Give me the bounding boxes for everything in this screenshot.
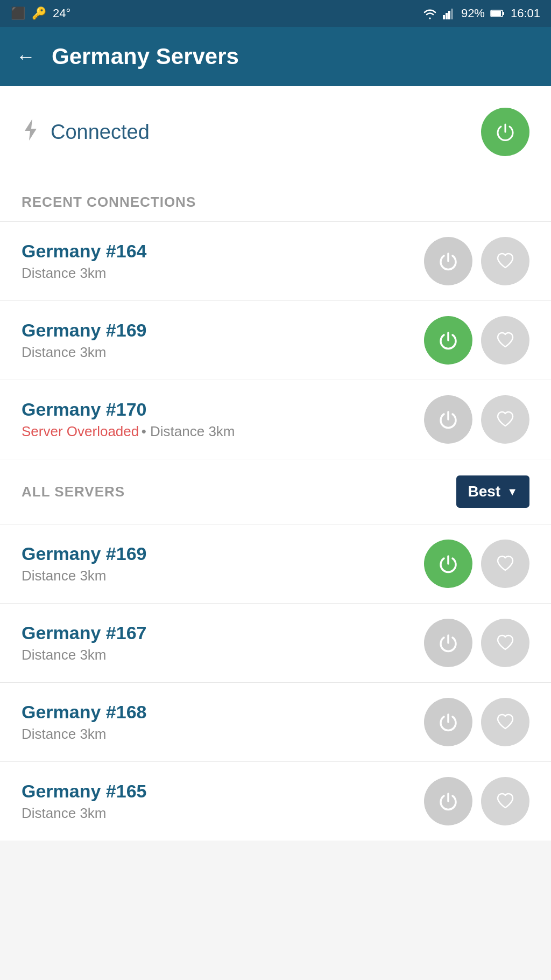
server-info: Germany #165 Distance 3km xyxy=(22,781,424,822)
power-button[interactable] xyxy=(424,777,472,825)
server-actions xyxy=(424,619,529,667)
signal-icon xyxy=(443,8,456,19)
favorite-button[interactable] xyxy=(481,777,529,825)
server-item: Germany #170 Server Overloaded • Distanc… xyxy=(0,380,551,459)
server-info: Germany #169 Distance 3km xyxy=(22,543,424,584)
server-info: Germany #170 Server Overloaded • Distanc… xyxy=(22,399,424,440)
svg-rect-2 xyxy=(448,11,450,19)
server-name: Germany #165 xyxy=(22,781,424,802)
overloaded-text: Server Overloaded xyxy=(22,423,139,439)
connected-row: Connected xyxy=(0,86,551,178)
server-meta: Distance 3km xyxy=(22,344,424,361)
time: 16:01 xyxy=(511,6,540,20)
server-info: Germany #167 Distance 3km xyxy=(22,622,424,663)
status-bar: ⬛ 🔑 24° 92% 16:01 xyxy=(0,0,551,27)
connection-status: Connected xyxy=(51,121,150,144)
server-name: Germany #170 xyxy=(22,399,424,420)
temperature: 24° xyxy=(53,6,70,20)
favorite-button[interactable] xyxy=(481,237,529,285)
server-meta: Distance 3km xyxy=(22,647,424,663)
battery-text: 92% xyxy=(461,6,485,20)
server-meta: Distance 3km xyxy=(22,265,424,282)
header: ← Germany Servers xyxy=(0,27,551,86)
all-servers-label: ALL SERVERS xyxy=(22,484,125,500)
svg-rect-1 xyxy=(446,13,448,19)
svg-rect-0 xyxy=(443,15,445,19)
server-item: Germany #168 Distance 3km xyxy=(0,682,551,761)
svg-marker-7 xyxy=(25,119,37,141)
server-name: Germany #169 xyxy=(22,543,424,564)
svg-rect-3 xyxy=(451,9,453,19)
server-item: Germany #169 Distance 3km xyxy=(0,524,551,603)
page-title: Germany Servers xyxy=(52,44,239,69)
power-button[interactable] xyxy=(424,540,472,588)
recent-connections-list: Germany #164 Distance 3km Germany #169 D… xyxy=(0,221,551,459)
server-distance: Distance 3km xyxy=(22,647,107,663)
server-name: Germany #168 xyxy=(22,702,424,723)
svg-rect-5 xyxy=(503,12,504,15)
power-button[interactable] xyxy=(424,619,472,667)
favorite-button[interactable] xyxy=(481,698,529,746)
server-item: Germany #169 Distance 3km xyxy=(0,300,551,380)
key-icon: 🔑 xyxy=(32,6,46,20)
power-button[interactable] xyxy=(424,316,472,365)
server-actions xyxy=(424,316,529,365)
back-button[interactable]: ← xyxy=(16,45,36,68)
server-name: Germany #169 xyxy=(22,320,424,341)
lightning-icon xyxy=(22,118,40,146)
server-meta: Distance 3km xyxy=(22,805,424,822)
server-item: Germany #164 Distance 3km xyxy=(0,221,551,300)
server-actions xyxy=(424,540,529,588)
server-name: Germany #167 xyxy=(22,622,424,643)
server-name: Germany #164 xyxy=(22,241,424,262)
server-item: Germany #167 Distance 3km xyxy=(0,603,551,682)
status-bar-left: ⬛ 🔑 24° xyxy=(11,6,70,20)
sort-dropdown[interactable]: Best ▼ xyxy=(456,475,530,508)
favorite-button[interactable] xyxy=(481,316,529,365)
power-button[interactable] xyxy=(424,698,472,746)
svg-rect-6 xyxy=(491,11,501,16)
favorite-button[interactable] xyxy=(481,540,529,588)
server-distance: Distance 3km xyxy=(22,568,107,584)
connected-left: Connected xyxy=(22,118,150,146)
server-item: Germany #165 Distance 3km xyxy=(0,761,551,841)
server-distance: Distance 3km xyxy=(22,265,107,281)
all-servers-list: Germany #169 Distance 3km Germany #167 D… xyxy=(0,524,551,841)
screen-icon: ⬛ xyxy=(11,6,25,20)
wifi-icon xyxy=(422,8,437,19)
status-bar-right: 92% 16:01 xyxy=(422,6,540,20)
favorite-button[interactable] xyxy=(481,395,529,444)
server-actions xyxy=(424,777,529,825)
sort-label: Best xyxy=(468,483,501,500)
recent-connections-label: RECENT CONNECTIONS xyxy=(0,178,551,221)
server-meta: Distance 3km xyxy=(22,568,424,584)
server-distance: Distance 3km xyxy=(22,344,107,360)
server-distance: Distance 3km xyxy=(22,805,107,821)
server-actions xyxy=(424,237,529,285)
content: Connected RECENT CONNECTIONS Germany #16… xyxy=(0,86,551,841)
server-info: Germany #169 Distance 3km xyxy=(22,320,424,361)
server-info: Germany #164 Distance 3km xyxy=(22,241,424,282)
server-distance: Distance 3km xyxy=(22,726,107,742)
favorite-button[interactable] xyxy=(481,619,529,667)
main-power-button[interactable] xyxy=(481,108,529,156)
server-distance: Distance 3km xyxy=(150,423,235,439)
battery-icon xyxy=(490,9,505,18)
server-info: Germany #168 Distance 3km xyxy=(22,702,424,743)
server-meta: Distance 3km xyxy=(22,726,424,743)
server-meta: Server Overloaded • Distance 3km xyxy=(22,423,424,440)
power-button[interactable] xyxy=(424,237,472,285)
power-button[interactable] xyxy=(424,395,472,444)
all-servers-row: ALL SERVERS Best ▼ xyxy=(0,459,551,524)
server-actions xyxy=(424,395,529,444)
chevron-down-icon: ▼ xyxy=(507,486,518,498)
server-actions xyxy=(424,698,529,746)
